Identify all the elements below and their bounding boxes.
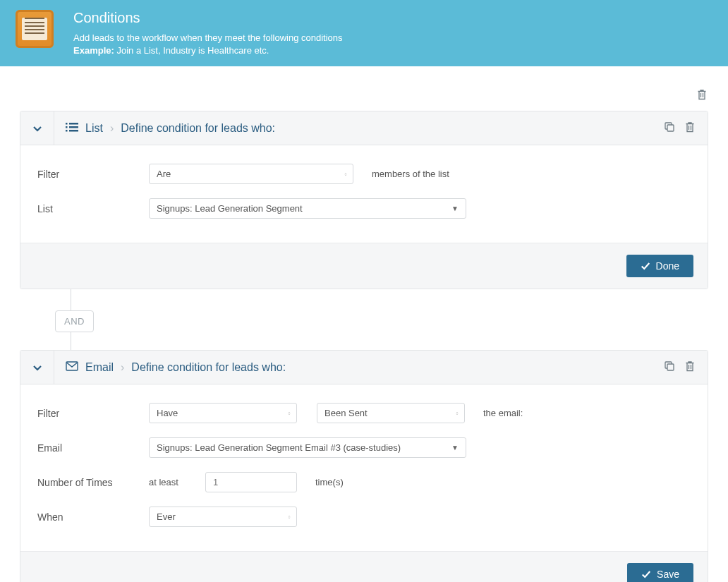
caret-down-icon: ▼ [451,205,459,212]
filter-suffix: members of the list [372,169,449,179]
page-header: Conditions Add leads to the workflow whe… [0,0,728,66]
collapse-toggle[interactable] [20,111,54,145]
svg-rect-3 [69,123,78,125]
svg-rect-5 [69,130,78,132]
card-header: List › Define condition for leads who: [20,111,708,145]
trash-icon [697,89,707,100]
svg-rect-0 [66,123,68,125]
delete-all-button[interactable] [696,87,708,104]
when-select[interactable]: Ever [149,507,297,527]
chevron-right-icon: › [110,122,114,135]
copy-icon [664,360,675,372]
svg-rect-2 [66,130,68,132]
svg-rect-1 [66,126,68,128]
list-label: List [37,203,149,214]
breadcrumb-type[interactable]: Email [85,361,114,374]
svg-rect-4 [69,126,78,128]
copy-icon [664,121,675,133]
times-suffix: time(s) [315,477,344,487]
breadcrumb-title: Define condition for leads who: [121,122,275,135]
save-button[interactable]: Save [627,563,693,582]
trash-icon [685,121,695,133]
page-title: Conditions [73,10,343,26]
page-subtitle: Add leads to the workflow when they meet… [73,32,343,56]
filter-label: Filter [37,408,149,419]
filter-action-select[interactable]: Been Sent [317,403,465,423]
filter-select[interactable]: Are [149,164,353,184]
filter-have-select[interactable]: Have [149,403,297,423]
times-label: Number of Times [37,477,149,488]
list-select[interactable]: Signups: Lead Generation Segment ▼ [149,198,466,219]
filter-label: Filter [37,169,149,180]
email-icon [66,361,78,374]
done-button[interactable]: Done [626,255,693,277]
condition-card-list: List › Define condition for leads who: F… [20,111,708,289]
list-icon [66,121,78,135]
breadcrumb-type[interactable]: List [85,122,103,135]
connector: AND [20,289,708,350]
times-qualifier: at least [149,477,205,487]
delete-card-button[interactable] [684,120,696,136]
card-header: Email › Define condition for leads who: [20,351,708,384]
email-select[interactable]: Signups: Lead Generation Segment Email #… [149,437,466,458]
caret-down-icon: ▼ [451,444,459,451]
duplicate-button[interactable] [662,359,677,375]
chevron-down-icon [32,123,43,134]
delete-card-button[interactable] [684,359,696,375]
collapse-toggle[interactable] [20,351,54,384]
condition-card-email: Email › Define condition for leads who: … [20,350,708,582]
filter-suffix: the email: [483,408,523,418]
times-input[interactable] [205,472,297,492]
email-label: Email [37,442,149,454]
when-label: When [37,511,149,523]
trash-icon [685,360,695,372]
and-chip[interactable]: AND [55,310,94,332]
chevron-down-icon [32,362,43,373]
check-icon [641,569,651,579]
chevron-right-icon: › [121,361,124,374]
duplicate-button[interactable] [662,120,677,136]
breadcrumb-title: Define condition for leads who: [131,361,286,374]
conditions-scroll-icon [16,10,54,48]
svg-rect-10 [667,364,674,370]
svg-rect-7 [667,125,674,131]
check-icon [641,261,650,271]
